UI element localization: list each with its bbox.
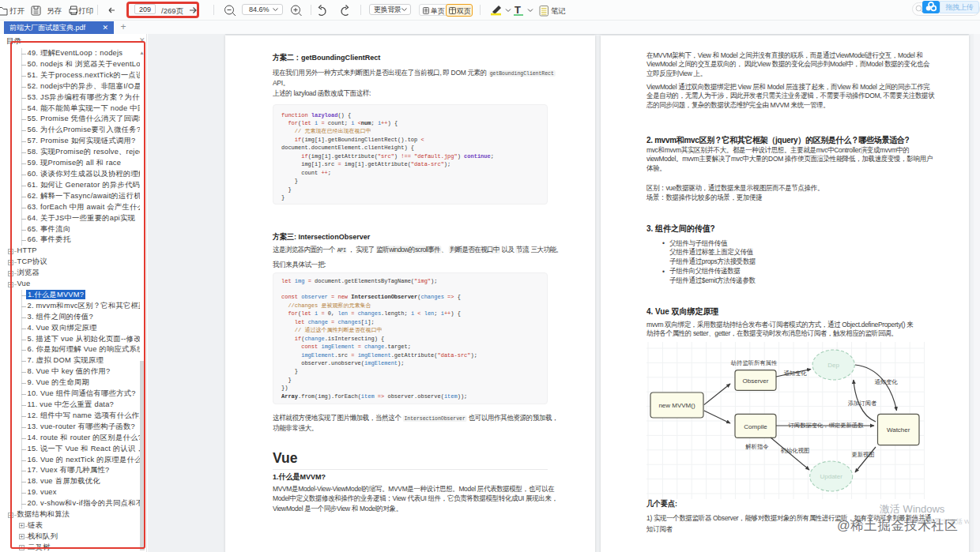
svg-text:初始化视图: 初始化视图: [780, 447, 809, 454]
svg-text:更新视图: 更新视图: [851, 451, 874, 458]
svg-text:通知变化: 通知变化: [874, 378, 898, 385]
svg-text:Observer: Observer: [743, 377, 769, 384]
svg-text:Compile: Compile: [744, 422, 767, 430]
svg-text:订阅数据变化，绑定更新函数: 订阅数据变化，绑定更新函数: [789, 422, 865, 429]
svg-text:解析指令: 解析指令: [744, 443, 768, 450]
svg-text:Dep: Dep: [827, 362, 839, 369]
svg-text:添加订阅者: 添加订阅者: [848, 400, 876, 407]
svg-text:劫持监听所有属性: 劫持监听所有属性: [730, 359, 778, 366]
svg-text:通知变化: 通知变化: [783, 370, 807, 377]
svg-text:Updater: Updater: [820, 473, 842, 480]
svg-text:T: T: [514, 4, 521, 16]
svg-text:new MVVM(): new MVVM(): [658, 402, 695, 409]
svg-text:Watcher: Watcher: [887, 426, 910, 434]
